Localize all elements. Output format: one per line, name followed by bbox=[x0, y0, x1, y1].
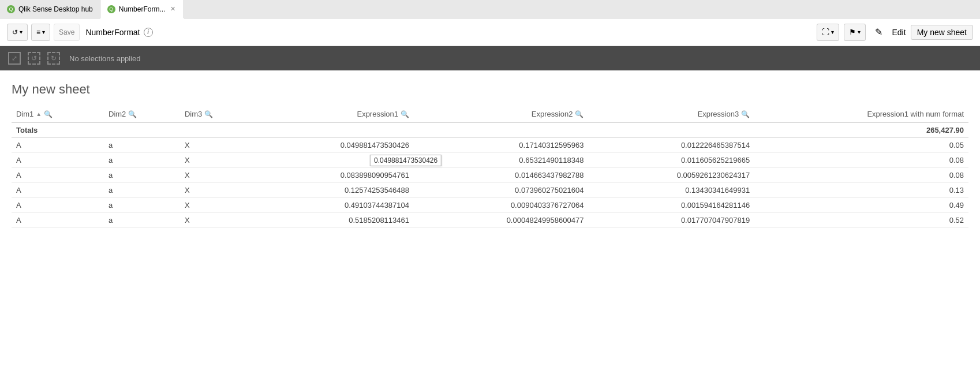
data-table: Dim1 ▲ 🔍 Dim2 🔍 Dim3 🔍 bbox=[12, 106, 968, 228]
cell-expr1[interactable]: 0.083898090954761 bbox=[256, 168, 414, 183]
totals-label: Totals bbox=[12, 122, 104, 138]
cell-expr2[interactable]: 0.0090403376727064 bbox=[414, 198, 588, 213]
cell-expr2[interactable]: 0.014663437982788 bbox=[414, 168, 588, 183]
select-forward-icon[interactable]: ↻ bbox=[47, 52, 60, 65]
col-expr1fmt: Expression1 with num format bbox=[754, 106, 968, 122]
cell-expr3[interactable]: 0.001594164281146 bbox=[588, 198, 754, 213]
cell-expr1fmt[interactable]: 0.52 bbox=[754, 213, 968, 228]
col-dim3: Dim3 🔍 bbox=[180, 106, 256, 122]
cell-expr3[interactable]: 0.13430341649931 bbox=[588, 183, 754, 198]
cell-expr1fmt[interactable]: 0.13 bbox=[754, 183, 968, 198]
save-label: Save bbox=[59, 28, 74, 36]
cell-dim2[interactable]: a bbox=[104, 138, 180, 153]
sort-asc-icon[interactable]: ▲ bbox=[36, 111, 42, 117]
cell-expr1fmt[interactable]: 0.08 bbox=[754, 153, 968, 168]
no-selections-text: No selections applied bbox=[69, 54, 141, 63]
nav-back-chevron-icon: ▾ bbox=[20, 29, 23, 35]
col-dim2-search-icon[interactable]: 🔍 bbox=[128, 110, 137, 118]
tab-numberformat[interactable]: Q NumberForm... ✕ bbox=[100, 0, 185, 18]
toolbar-title-text: NumberFormat bbox=[85, 28, 140, 37]
cell-dim2[interactable]: a bbox=[104, 198, 180, 213]
info-icon[interactable]: i bbox=[144, 28, 153, 37]
cell-expr1fmt[interactable]: 0.49 bbox=[754, 198, 968, 213]
cell-expr2[interactable]: 0.00048249958600477 bbox=[414, 213, 588, 228]
totals-expr1fmt: 265,427.90 bbox=[754, 122, 968, 138]
cell-expr3[interactable]: 0.017707047907819 bbox=[588, 213, 754, 228]
cell-dim3[interactable]: X bbox=[180, 198, 256, 213]
expand-icon[interactable]: ⤢ bbox=[8, 52, 21, 65]
menu-chevron-icon: ▾ bbox=[42, 29, 45, 35]
cell-expr2[interactable]: 0.073960275021604 bbox=[414, 183, 588, 198]
bookmark-chevron-icon: ▾ bbox=[858, 29, 861, 35]
col-expr1-search-icon[interactable]: 🔍 bbox=[401, 110, 409, 118]
col-dim3-search-icon[interactable]: 🔍 bbox=[204, 110, 213, 118]
cell-dim3[interactable]: X bbox=[180, 138, 256, 153]
edit-label[interactable]: Edit bbox=[892, 28, 906, 37]
cell-dim1[interactable]: A bbox=[12, 168, 104, 183]
tab-hub[interactable]: Q Qlik Sense Desktop hub bbox=[0, 0, 100, 18]
col-dim2-label: Dim2 bbox=[109, 110, 126, 118]
col-expr1: Expression1 🔍 bbox=[256, 106, 414, 122]
cell-dim1[interactable]: A bbox=[12, 213, 104, 228]
cell-dim1[interactable]: A bbox=[12, 183, 104, 198]
col-dim1-label: Dim1 bbox=[16, 110, 33, 118]
col-expr2-search-icon[interactable]: 🔍 bbox=[575, 110, 583, 118]
pencil-button[interactable]: ✎ bbox=[870, 24, 888, 41]
selection-bar: ⤢ ↺ ↻ No selections applied bbox=[0, 46, 980, 70]
tab-close-icon[interactable]: ✕ bbox=[169, 5, 177, 13]
cell-dim1[interactable]: A bbox=[12, 138, 104, 153]
cell-dim3[interactable]: X bbox=[180, 183, 256, 198]
cell-expr1[interactable]: 0.49103744387104 bbox=[256, 198, 414, 213]
cell-dim2[interactable]: a bbox=[104, 168, 180, 183]
screen-chevron-icon: ▾ bbox=[831, 29, 834, 35]
table-row: AaX0.125742535464880.0739602750216040.13… bbox=[12, 183, 968, 198]
table-row: AaX0.07950060.0498814735304260.653214901… bbox=[12, 153, 968, 168]
cell-expr3[interactable]: 0.011605625219665 bbox=[588, 153, 754, 168]
cell-expr3[interactable]: 0.0059261230624317 bbox=[588, 168, 754, 183]
cell-expr1[interactable]: 0.07950060.049881473530426 bbox=[256, 153, 414, 168]
bookmark-button[interactable]: ⚑ ▾ bbox=[844, 24, 866, 41]
menu-button[interactable]: ≡ ▾ bbox=[31, 24, 50, 41]
cell-dim1[interactable]: A bbox=[12, 153, 104, 168]
cell-expr3[interactable]: 0.012226465387514 bbox=[588, 138, 754, 153]
select-back-icon[interactable]: ↺ bbox=[28, 52, 40, 65]
col-expr1-label: Expression1 bbox=[357, 110, 398, 118]
totals-expr1 bbox=[256, 122, 414, 138]
bookmark-icon: ⚑ bbox=[849, 28, 856, 36]
nav-back-button[interactable]: ↺ ▾ bbox=[7, 24, 28, 41]
sheet-name-text: My new sheet bbox=[917, 28, 967, 37]
toolbar: ↺ ▾ ≡ ▾ Save NumberFormat i ⛶ ▾ ⚑ ▾ ✎ Ed… bbox=[0, 18, 980, 46]
tab-hub-label: Qlik Sense Desktop hub bbox=[18, 5, 93, 13]
table-row: AaX0.0498814735304260.171403125959630.01… bbox=[12, 138, 968, 153]
col-expr3-label: Expression3 bbox=[698, 110, 739, 118]
qlik-nf-icon: Q bbox=[107, 5, 115, 13]
save-button[interactable]: Save bbox=[54, 24, 80, 41]
col-dim1: Dim1 ▲ 🔍 bbox=[12, 106, 104, 122]
screen-button[interactable]: ⛶ ▾ bbox=[817, 24, 839, 41]
cell-dim2[interactable]: a bbox=[104, 153, 180, 168]
totals-row: Totals 265,427.90 bbox=[12, 122, 968, 138]
cell-expr1fmt[interactable]: 0.05 bbox=[754, 138, 968, 153]
cell-expr1[interactable]: 0.5185208113461 bbox=[256, 213, 414, 228]
cell-dim3[interactable]: X bbox=[180, 153, 256, 168]
cell-dim3[interactable]: X bbox=[180, 168, 256, 183]
cell-dim2[interactable]: a bbox=[104, 213, 180, 228]
cell-dim1[interactable]: A bbox=[12, 198, 104, 213]
menu-icon: ≡ bbox=[36, 28, 40, 36]
qlik-hub-icon: Q bbox=[7, 5, 15, 13]
totals-dim2 bbox=[104, 122, 180, 138]
toolbar-right: ⛶ ▾ ⚑ ▾ ✎ Edit My new sheet bbox=[817, 24, 974, 41]
col-expr2-label: Expression2 bbox=[532, 110, 573, 118]
sheet-name-button[interactable]: My new sheet bbox=[911, 25, 973, 40]
col-dim1-search-icon[interactable]: 🔍 bbox=[44, 110, 53, 118]
col-expr3-search-icon[interactable]: 🔍 bbox=[741, 110, 750, 118]
cell-expr1[interactable]: 0.12574253546488 bbox=[256, 183, 414, 198]
cell-expr1fmt[interactable]: 0.08 bbox=[754, 168, 968, 183]
table-row: AaX0.51852081134610.000482499586004770.0… bbox=[12, 213, 968, 228]
cell-expr1[interactable]: 0.049881473530426 bbox=[256, 138, 414, 153]
cell-expr2[interactable]: 0.17140312595963 bbox=[414, 138, 588, 153]
cell-dim2[interactable]: a bbox=[104, 183, 180, 198]
table-row: AaX0.0838980909547610.0146634379827880.0… bbox=[12, 168, 968, 183]
cell-dim3[interactable]: X bbox=[180, 213, 256, 228]
toolbar-title: NumberFormat i bbox=[85, 28, 152, 37]
